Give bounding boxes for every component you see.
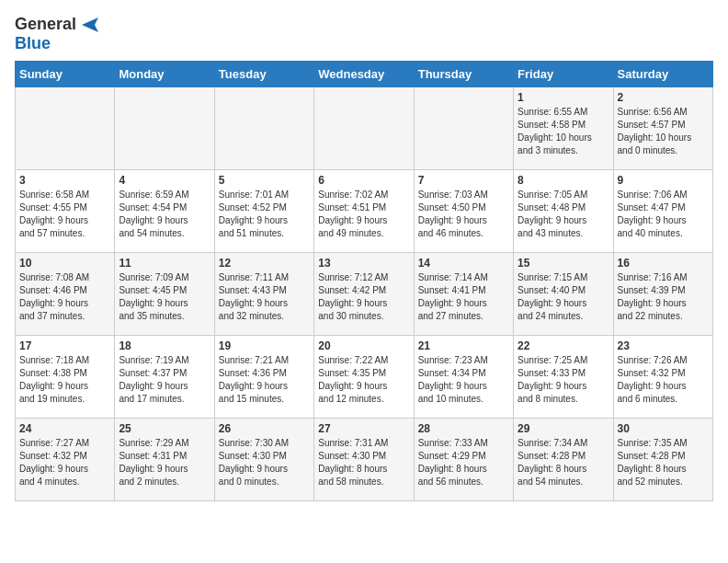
day-info: Sunrise: 7:12 AM Sunset: 4:42 PM Dayligh… (318, 271, 409, 323)
day-info: Sunrise: 7:11 AM Sunset: 4:43 PM Dayligh… (219, 271, 310, 323)
calendar-cell: 29Sunrise: 7:34 AM Sunset: 4:28 PM Dayli… (514, 419, 613, 501)
day-number: 17 (19, 339, 110, 352)
calendar-cell: 28Sunrise: 7:33 AM Sunset: 4:29 PM Dayli… (414, 419, 513, 501)
day-number: 30 (618, 422, 709, 435)
day-info: Sunrise: 7:09 AM Sunset: 4:45 PM Dayligh… (119, 271, 210, 323)
calendar-cell: 10Sunrise: 7:08 AM Sunset: 4:46 PM Dayli… (16, 253, 115, 336)
day-info: Sunrise: 7:29 AM Sunset: 4:31 PM Dayligh… (119, 437, 210, 488)
day-info: Sunrise: 7:27 AM Sunset: 4:32 PM Dayligh… (19, 437, 110, 488)
calendar-cell: 15Sunrise: 7:15 AM Sunset: 4:40 PM Dayli… (514, 253, 613, 336)
logo-bird-icon (78, 17, 98, 32)
calendar-cell: 20Sunrise: 7:22 AM Sunset: 4:35 PM Dayli… (314, 336, 414, 419)
day-number: 1 (518, 91, 609, 104)
day-number: 29 (518, 422, 609, 435)
calendar-cell: 11Sunrise: 7:09 AM Sunset: 4:45 PM Dayli… (115, 253, 214, 336)
day-number: 2 (618, 91, 709, 104)
calendar-week-2: 3Sunrise: 6:58 AM Sunset: 4:55 PM Daylig… (16, 170, 713, 253)
day-number: 18 (119, 339, 210, 352)
calendar-cell (414, 87, 513, 170)
day-number: 26 (219, 422, 310, 435)
calendar-cell: 3Sunrise: 6:58 AM Sunset: 4:55 PM Daylig… (16, 170, 115, 253)
day-info: Sunrise: 7:03 AM Sunset: 4:50 PM Dayligh… (418, 189, 509, 240)
day-info: Sunrise: 7:01 AM Sunset: 4:52 PM Dayligh… (219, 189, 310, 240)
day-number: 12 (219, 257, 310, 270)
calendar-cell: 8Sunrise: 7:05 AM Sunset: 4:48 PM Daylig… (514, 170, 613, 253)
calendar-cell: 7Sunrise: 7:03 AM Sunset: 4:50 PM Daylig… (414, 170, 513, 253)
day-number: 27 (318, 422, 409, 435)
day-info: Sunrise: 7:15 AM Sunset: 4:40 PM Dayligh… (518, 271, 609, 323)
calendar-cell: 5Sunrise: 7:01 AM Sunset: 4:52 PM Daylig… (214, 170, 313, 253)
day-number: 23 (618, 339, 709, 352)
weekday-header-friday: Friday (514, 62, 613, 87)
day-number: 22 (518, 339, 609, 352)
calendar-cell: 12Sunrise: 7:11 AM Sunset: 4:43 PM Dayli… (214, 253, 313, 336)
calendar-cell (214, 87, 313, 170)
logo-text: General Blue (15, 15, 98, 53)
day-number: 10 (19, 257, 110, 270)
svg-marker-0 (82, 17, 98, 32)
weekday-header-tuesday: Tuesday (214, 62, 313, 87)
weekday-header-wednesday: Wednesday (314, 62, 414, 87)
logo-general: General (15, 15, 76, 34)
day-info: Sunrise: 7:22 AM Sunset: 4:35 PM Dayligh… (318, 354, 409, 406)
calendar-week-1: 1Sunrise: 6:55 AM Sunset: 4:58 PM Daylig… (16, 87, 713, 170)
day-number: 14 (418, 257, 509, 270)
calendar-cell: 4Sunrise: 6:59 AM Sunset: 4:54 PM Daylig… (115, 170, 214, 253)
calendar-cell: 14Sunrise: 7:14 AM Sunset: 4:41 PM Dayli… (414, 253, 513, 336)
weekday-header-thursday: Thursday (414, 62, 513, 87)
day-info: Sunrise: 7:21 AM Sunset: 4:36 PM Dayligh… (219, 354, 310, 406)
day-info: Sunrise: 6:58 AM Sunset: 4:55 PM Dayligh… (19, 189, 110, 240)
logo: General Blue (15, 15, 98, 53)
day-info: Sunrise: 7:35 AM Sunset: 4:28 PM Dayligh… (618, 437, 709, 488)
day-number: 5 (219, 174, 310, 187)
day-info: Sunrise: 7:16 AM Sunset: 4:39 PM Dayligh… (618, 271, 709, 323)
day-info: Sunrise: 6:59 AM Sunset: 4:54 PM Dayligh… (119, 189, 210, 240)
day-info: Sunrise: 7:34 AM Sunset: 4:28 PM Dayligh… (518, 437, 609, 488)
day-number: 15 (518, 257, 609, 270)
calendar-week-3: 10Sunrise: 7:08 AM Sunset: 4:46 PM Dayli… (16, 253, 713, 336)
calendar-cell: 26Sunrise: 7:30 AM Sunset: 4:30 PM Dayli… (214, 419, 313, 501)
calendar-cell: 24Sunrise: 7:27 AM Sunset: 4:32 PM Dayli… (16, 419, 115, 501)
day-info: Sunrise: 7:18 AM Sunset: 4:38 PM Dayligh… (19, 354, 110, 406)
calendar-cell: 17Sunrise: 7:18 AM Sunset: 4:38 PM Dayli… (16, 336, 115, 419)
calendar-week-5: 24Sunrise: 7:27 AM Sunset: 4:32 PM Dayli… (16, 419, 713, 501)
day-info: Sunrise: 7:23 AM Sunset: 4:34 PM Dayligh… (418, 354, 509, 406)
day-info: Sunrise: 7:05 AM Sunset: 4:48 PM Dayligh… (518, 189, 609, 240)
page-header: General Blue (15, 15, 713, 53)
calendar-cell: 9Sunrise: 7:06 AM Sunset: 4:47 PM Daylig… (613, 170, 712, 253)
day-info: Sunrise: 6:55 AM Sunset: 4:58 PM Dayligh… (518, 106, 609, 157)
calendar-cell: 27Sunrise: 7:31 AM Sunset: 4:30 PM Dayli… (314, 419, 414, 501)
day-number: 16 (618, 257, 709, 270)
calendar-cell: 19Sunrise: 7:21 AM Sunset: 4:36 PM Dayli… (214, 336, 313, 419)
calendar-cell: 16Sunrise: 7:16 AM Sunset: 4:39 PM Dayli… (613, 253, 712, 336)
calendar-cell: 22Sunrise: 7:25 AM Sunset: 4:33 PM Dayli… (514, 336, 613, 419)
day-info: Sunrise: 7:30 AM Sunset: 4:30 PM Dayligh… (219, 437, 310, 488)
calendar: SundayMondayTuesdayWednesdayThursdayFrid… (15, 61, 713, 501)
day-info: Sunrise: 7:14 AM Sunset: 4:41 PM Dayligh… (418, 271, 509, 323)
calendar-cell (115, 87, 214, 170)
day-info: Sunrise: 7:31 AM Sunset: 4:30 PM Dayligh… (318, 437, 409, 488)
calendar-cell: 13Sunrise: 7:12 AM Sunset: 4:42 PM Dayli… (314, 253, 414, 336)
day-number: 19 (219, 339, 310, 352)
day-number: 13 (318, 257, 409, 270)
day-info: Sunrise: 7:33 AM Sunset: 4:29 PM Dayligh… (418, 437, 509, 488)
calendar-cell: 6Sunrise: 7:02 AM Sunset: 4:51 PM Daylig… (314, 170, 414, 253)
day-number: 4 (119, 174, 210, 187)
calendar-cell: 18Sunrise: 7:19 AM Sunset: 4:37 PM Dayli… (115, 336, 214, 419)
calendar-cell (314, 87, 414, 170)
day-number: 28 (418, 422, 509, 435)
calendar-cell: 21Sunrise: 7:23 AM Sunset: 4:34 PM Dayli… (414, 336, 513, 419)
day-info: Sunrise: 6:56 AM Sunset: 4:57 PM Dayligh… (618, 106, 709, 157)
day-number: 11 (119, 257, 210, 270)
day-number: 25 (119, 422, 210, 435)
logo-blue: Blue (15, 34, 51, 53)
weekday-header-monday: Monday (115, 62, 214, 87)
weekday-header-row: SundayMondayTuesdayWednesdayThursdayFrid… (16, 62, 713, 87)
day-number: 21 (418, 339, 509, 352)
day-info: Sunrise: 7:06 AM Sunset: 4:47 PM Dayligh… (618, 189, 709, 240)
calendar-cell: 23Sunrise: 7:26 AM Sunset: 4:32 PM Dayli… (613, 336, 712, 419)
day-info: Sunrise: 7:25 AM Sunset: 4:33 PM Dayligh… (518, 354, 609, 406)
calendar-cell: 25Sunrise: 7:29 AM Sunset: 4:31 PM Dayli… (115, 419, 214, 501)
calendar-cell (16, 87, 115, 170)
day-number: 24 (19, 422, 110, 435)
